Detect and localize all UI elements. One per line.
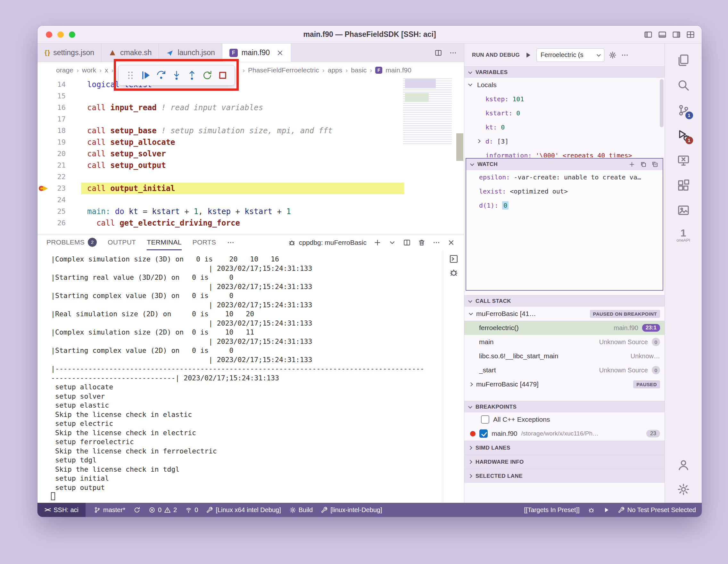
activity-remote-explorer[interactable] [676,153,691,168]
section-selected-lane[interactable]: SELECTED LANE [464,469,665,483]
activity-image-viewer[interactable] [676,203,691,218]
collapse-all-icon[interactable] [652,161,658,168]
more-icon[interactable] [433,239,440,246]
status-sync[interactable] [134,507,140,513]
activity-oneapi[interactable]: 1oneAPI [676,228,691,243]
activity-run-and-debug[interactable]: 1 [676,128,691,143]
tab-settings.json[interactable]: { }settings.json [37,44,102,62]
stack-frame-muFerroBasic-4479-[interactable]: muFerroBasic [4479]PAUSED [464,377,665,391]
more-icon[interactable] [227,239,235,246]
stack-frame-ferroelectric-[interactable]: ferroelectric()main.f9023:1 [464,321,665,335]
section-simd-lanes[interactable]: SIMD LANES [464,441,665,455]
debug-session[interactable]: cppdbg: muFerroBasic [288,239,367,246]
breakpoint-checkbox[interactable] [479,429,488,438]
editor-scrollbar[interactable] [456,133,463,161]
breadcrumb-item[interactable]: main.f90 [385,66,411,74]
breadcrumb-item[interactable]: basic [351,66,367,74]
minimize-window-button[interactable] [57,31,64,38]
breakpoints-section-header[interactable]: BREAKPOINTS [464,401,665,412]
chevron-down-icon[interactable] [388,239,396,246]
breadcrumb-item[interactable]: work [82,66,96,74]
variable-kstart[interactable]: kstart: 0 [464,106,665,120]
stack-frame-libc-so-6-__libc_start_main[interactable]: libc.so.6!__libc_start_mainUnknow… [464,349,665,363]
panel-tab-terminal[interactable]: TERMINAL [147,235,182,250]
status-cmake-preset[interactable]: [linux-intel-Debug] [321,506,382,514]
status-cmake-build[interactable]: Build [289,506,313,514]
activity-extensions[interactable] [676,178,691,193]
variable-d[interactable]: d: [3] [464,134,665,148]
chevron-right-icon[interactable] [476,139,481,143]
trash-icon[interactable] [418,239,426,246]
status-git-branch[interactable]: master* [94,506,125,514]
panel-right-icon[interactable] [672,30,681,39]
terminal[interactable]: |Complex simulation size (3D) on 0 is 20… [37,250,443,503]
add-icon[interactable] [629,161,635,168]
activity-source-control[interactable]: 1 [676,103,691,118]
activity-explorer[interactable] [676,53,691,68]
zoom-window-button[interactable] [69,31,75,38]
more-icon[interactable] [621,51,629,59]
debug-start-icon[interactable] [524,51,532,59]
tab-main.f90[interactable]: Fmain.f90 [222,44,291,62]
layout-grid-icon[interactable] [686,30,695,39]
stack-frame-main[interactable]: mainUnknown Source0 [464,335,665,349]
gear-icon[interactable] [609,51,616,59]
continue-button[interactable] [141,70,151,80]
section-hardware-info[interactable]: HARDWARE INFO [464,455,665,469]
split-editor-icon[interactable] [434,49,442,57]
watch-lexist[interactable]: lexist: <optimized out> [466,184,663,198]
breakpoint-main-f90[interactable]: main.f90/storage/work/x/xuc116/Ph…23 [464,427,665,441]
close-tab-icon[interactable] [276,49,284,57]
breadcrumb-item[interactable]: orage [56,66,73,74]
breadcrumb-item[interactable]: PhaseFieldFerroelectric [248,66,319,74]
panel-tab-problems[interactable]: PROBLEMS2 [46,235,97,250]
variables-section-header[interactable]: VARIABLES [464,66,665,78]
watch-epsilon[interactable]: epsilon: -var-create: unable to create v… [466,170,663,184]
panel-tab-ports[interactable]: PORTS [193,235,216,250]
activity-accounts[interactable] [676,457,691,473]
step-into-button[interactable] [171,70,182,80]
variable-kstep[interactable]: kstep: 101 [464,92,665,106]
breadcrumb-item[interactable]: x [105,66,108,74]
breadcrumb-item[interactable]: apps [328,66,343,74]
chevron-down-icon[interactable] [468,82,472,86]
restart-button[interactable] [202,70,212,80]
tab-cmake.sh[interactable]: cmake.sh [102,44,159,62]
stack-frame-muFerroBasic-41-[interactable]: muFerroBasic [41…PAUSED ON BREAKPOINT [464,307,665,321]
status-problems[interactable]: 02 [149,506,177,514]
breakpoint-All-C-Exceptions[interactable]: All C++ Exceptions [464,412,665,427]
scope-locals[interactable]: Locals [464,78,665,92]
panel-bottom-icon[interactable] [658,30,666,39]
step-out-button[interactable] [187,70,197,80]
stack-frame-_start[interactable]: _startUnknown Source0 [464,363,665,377]
close-icon[interactable] [447,239,455,246]
activity-search[interactable] [676,78,691,93]
terminal-box-icon[interactable] [449,254,459,264]
watch-d(1)[interactable]: d(1): 0 [466,198,663,212]
minimap[interactable] [403,78,452,145]
status-ports[interactable]: 0 [185,506,198,514]
copy-icon[interactable] [640,161,647,168]
debug-config-select[interactable]: Ferroelectric (s [536,48,604,62]
call-stack-section-header[interactable]: CALL STACK [464,295,665,307]
close-window-button[interactable] [46,31,52,38]
watch-section-header[interactable]: WATCH [466,159,663,170]
step-over-button[interactable] [156,70,166,80]
add-icon[interactable] [374,239,381,246]
split-editor-icon[interactable] [403,239,411,246]
tab-launch.json[interactable]: launch.json [159,44,222,62]
variable-kt[interactable]: kt: 0 [464,120,665,134]
grip-button[interactable] [125,70,136,80]
variable-information[interactable]: information: '\000' <repeats 40 times> [464,148,665,157]
remote-indicator[interactable]: >< SSH: aci [37,503,86,517]
activity-manage[interactable] [676,482,691,497]
stop-button[interactable] [218,70,228,80]
debug-bug-icon[interactable] [449,268,459,277]
status-debug-target[interactable] [588,507,595,513]
more-icon[interactable] [449,49,457,57]
status-test-preset[interactable]: No Test Preset Selected [618,506,696,514]
status-cmake-kit[interactable]: [Linux x64 intel Debug] [206,506,281,514]
code-editor[interactable]: 14logical lexist1516call input_read ! re… [37,78,464,235]
status-targets-preset[interactable]: [[Targets In Preset]] [524,506,579,514]
panel-tab-output[interactable]: OUTPUT [108,235,136,250]
